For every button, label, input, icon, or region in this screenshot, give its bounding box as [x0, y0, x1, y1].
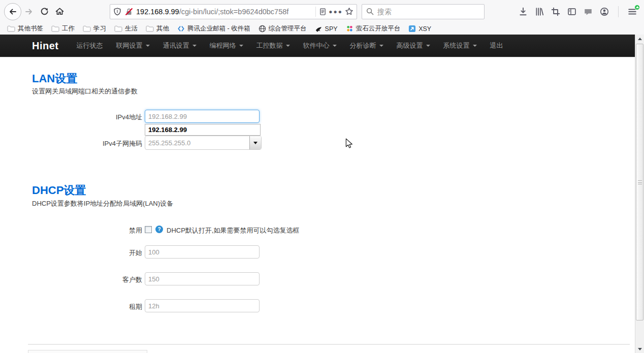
globe-icon [259, 25, 266, 33]
dhcp-start-input[interactable] [145, 245, 260, 259]
brand-logo[interactable]: Hinet [32, 40, 59, 52]
dhcp-lease-input[interactable] [145, 299, 260, 312]
section-divider [28, 344, 630, 345]
folder-icon [114, 25, 122, 32]
url-text: 192.168.9.99/cgi-bin/luci/;stok=b9624d0b… [136, 8, 312, 16]
nav-item-status[interactable]: 运行状态 [70, 35, 110, 57]
bookmark-tencent-mail[interactable]: 腾讯企业邮箱 - 收件箱 [173, 24, 254, 33]
bookmark-xsy[interactable]: XSY [404, 25, 435, 33]
suggestion-item[interactable]: 192.168.2.99 [145, 124, 260, 135]
search-icon [366, 8, 374, 15]
scroll-up-button[interactable] [635, 35, 644, 43]
reload-icon [40, 7, 49, 16]
ipv4-address-input[interactable] [145, 110, 260, 123]
dhcp-clients-input[interactable] [145, 272, 260, 285]
caret-down-icon [239, 45, 243, 47]
folder-icon [51, 25, 59, 32]
caret-down-icon [473, 45, 477, 47]
bookmark-folder-misc[interactable]: 其他 [142, 24, 173, 33]
lan-section-subtitle: 设置网关局域网端口相关的通信参数 [32, 87, 138, 96]
bottom-partial-panel [28, 350, 147, 353]
dhcp-clients-label: 客户数 [41, 275, 142, 284]
menu-button[interactable] [628, 7, 637, 16]
bookmarks-bar: 其他书签 工作 学习 生活 其他 腾讯企业邮箱 - 收件箱 综合管理平台 SPY… [0, 23, 644, 35]
bookmark-management-platform[interactable]: 综合管理平台 [254, 24, 311, 33]
url-bar[interactable]: 192.168.9.99/cgi-bin/luci/;stok=b9624d0b… [110, 4, 357, 19]
messages-icon[interactable] [584, 7, 593, 16]
home-button[interactable] [52, 4, 67, 19]
caret-down-icon [286, 45, 290, 47]
netmask-select[interactable]: 255.255.255.0 [145, 136, 262, 150]
dhcp-disable-checkbox[interactable] [145, 226, 152, 233]
ys7-icon [346, 25, 353, 33]
folder-icon [146, 25, 154, 32]
xsy-icon [408, 25, 416, 33]
nav-item-system-settings[interactable]: 系统设置 [437, 35, 484, 57]
folder-icon [7, 25, 15, 32]
reader-mode-icon[interactable] [319, 8, 327, 16]
nav-item-industrial-data[interactable]: 工控数据 [250, 35, 297, 57]
back-icon [9, 8, 17, 16]
download-icon[interactable] [519, 7, 528, 16]
nav-item-logout[interactable]: 退出 [484, 35, 510, 57]
netmask-label: IPv4子网掩码 [41, 139, 142, 148]
dhcp-start-label: 开始 [41, 248, 142, 258]
scrollbar-grip-icon [638, 180, 642, 184]
search-input[interactable] [377, 8, 480, 16]
page-content: Hinet 运行状态 联网设置 通讯设置 编程网络 工控数据 软件中心 分析诊断… [0, 35, 635, 353]
folder-icon [83, 25, 91, 32]
account-icon[interactable] [600, 7, 609, 16]
caret-down-icon [192, 45, 197, 47]
bookmark-folder-life[interactable]: 生活 [110, 24, 142, 33]
bookmark-spy[interactable]: SPY [311, 25, 342, 33]
caret-down-icon [146, 45, 150, 47]
help-icon: ? [155, 226, 163, 233]
shield-icon[interactable] [113, 8, 121, 16]
screenshot-icon[interactable] [551, 7, 560, 16]
tencent-mail-icon [177, 25, 185, 33]
nav-item-network-setup[interactable]: 联网设置 [110, 35, 156, 57]
caret-down-icon [379, 45, 383, 47]
bookmark-ys7-open-platform[interactable]: 萤石云开放平台 [342, 24, 405, 33]
caret-down-icon [426, 45, 430, 47]
page-actions-icon[interactable]: ●●● [329, 8, 343, 15]
ipv4-address-label: IPv4地址 [41, 113, 142, 122]
lan-section-title: LAN设置 [32, 71, 77, 86]
dhcp-section-title: DHCP设置 [32, 183, 86, 198]
forward-icon [25, 8, 33, 16]
browser-toolbar: 192.168.9.99/cgi-bin/luci/;stok=b9624d0b… [0, 0, 644, 23]
dhcp-section-subtitle: DHCP设置参数将IP地址分配给局域网(LAN)设备 [32, 199, 173, 208]
chevron-down-icon[interactable] [249, 136, 261, 149]
back-button[interactable] [4, 3, 21, 20]
scroll-down-button[interactable] [635, 345, 644, 353]
page-scrollbar[interactable] [635, 35, 644, 353]
main-navbar: Hinet 运行状态 联网设置 通讯设置 编程网络 工控数据 软件中心 分析诊断… [0, 35, 635, 57]
dhcp-lease-label: 租期 [41, 302, 142, 311]
sidebar-icon[interactable] [567, 7, 576, 16]
update-badge-icon [634, 5, 640, 10]
home-icon [55, 7, 64, 16]
nav-item-advanced-settings[interactable]: 高级设置 [390, 35, 437, 57]
bookmark-star-icon[interactable] [345, 7, 353, 16]
library-icon[interactable] [535, 7, 544, 16]
reload-button[interactable] [37, 4, 52, 19]
bookmark-folder-other-bookmarks[interactable]: 其他书签 [3, 24, 47, 33]
ipv4-suggestion-dropdown: 192.168.2.99 [145, 124, 261, 136]
nav-item-programming-network[interactable]: 编程网络 [203, 35, 250, 57]
lock-insecure-icon[interactable] [125, 8, 133, 16]
spy-icon [315, 25, 323, 33]
bookmark-folder-study[interactable]: 学习 [79, 24, 110, 33]
dhcp-disable-hint: DHCP默认打开,如果需要禁用可以勾选复选框 [167, 226, 299, 235]
caret-down-icon [333, 45, 337, 47]
nav-item-software-center[interactable]: 软件中心 [297, 35, 343, 57]
search-bar[interactable] [362, 4, 485, 19]
dhcp-disable-label: 禁用 [41, 226, 142, 235]
nav-item-comm-setup[interactable]: 通讯设置 [156, 35, 203, 57]
nav-item-analysis-diagnosis[interactable]: 分析诊断 [343, 35, 390, 57]
scrollbar-thumb[interactable] [636, 44, 643, 320]
bookmark-folder-work[interactable]: 工作 [47, 24, 79, 33]
forward-button[interactable] [21, 4, 37, 19]
